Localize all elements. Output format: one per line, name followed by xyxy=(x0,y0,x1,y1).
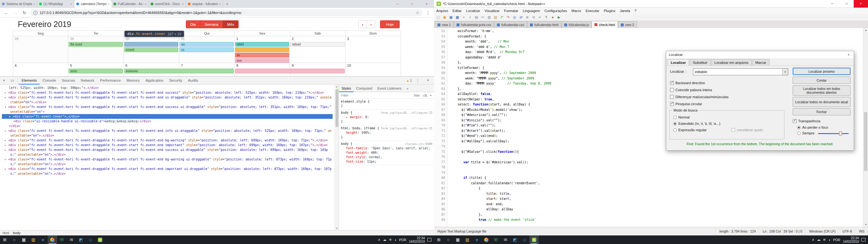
calendar-view-button[interactable]: Mês xyxy=(223,20,239,28)
undo-icon[interactable]: ↶ xyxy=(499,14,505,20)
devtools-tab-sources[interactable]: Sources xyxy=(59,77,78,85)
notification-center-icon[interactable] xyxy=(861,238,865,241)
menu-visualizar[interactable]: Visualizar xyxy=(482,9,502,13)
calendar-event[interactable]: dddd xyxy=(235,42,289,47)
tab-close-icon[interactable]: × xyxy=(70,3,72,6)
styles-pane-tab[interactable]: Styles xyxy=(339,85,353,92)
style-property[interactable]: font-family: 'Open Sans', sans-serif, ar… xyxy=(341,146,432,151)
day-cell[interactable]: 3 xyxy=(346,36,401,63)
devtools-tab-elements[interactable]: Elements xyxy=(19,77,40,85)
menu-localizar[interactable]: Localizar xyxy=(464,9,482,13)
status-eol-format[interactable]: Windows (CR LF) xyxy=(806,227,839,236)
style-rule[interactable]: form.jsp?sys=SG...olling=no:21html, body… xyxy=(339,125,434,141)
browser-tab[interactable]: calendario |Tempo de ...× xyxy=(74,0,112,8)
taskbar-photos[interactable]: ◩ xyxy=(510,236,520,244)
devtools-tree-node[interactable]: ▸ <div class="fc-event fc-event-hori fc-… xyxy=(2,157,333,166)
devtools-tab-network[interactable]: Network xyxy=(78,77,97,85)
day-cell[interactable]: 28 xyxy=(13,36,68,63)
taskbar-whatsapp[interactable]: ☏ xyxy=(57,236,67,244)
find-dialog-button[interactable]: Fechar xyxy=(793,108,850,115)
forward-button[interactable]: → xyxy=(12,9,19,16)
find-dialog-tab[interactable]: Localizar em arquivos xyxy=(711,59,752,65)
browser-tab[interactable]: Sistema de Emplacad...× xyxy=(0,0,37,8)
chrome-menu-icon[interactable]: ⋮ xyxy=(425,9,431,16)
file-tab[interactable]: fullcalendar.print.css xyxy=(454,21,494,28)
taskbar-vscode[interactable]: ◇ xyxy=(520,236,529,244)
breadcrumb-html[interactable]: html xyxy=(3,231,9,235)
devtools-elements-tree[interactable]: left: 525px; width: 169px; top: 398px;">… xyxy=(0,85,335,230)
style-rule[interactable]: classes.css:6489body {font-family: 'Open… xyxy=(339,141,434,165)
tray-expand-icon[interactable]: ∧ xyxy=(812,238,814,242)
calendar-view-button[interactable]: Semana xyxy=(200,20,223,28)
devtools-tree-node[interactable]: ▸ <div class="fc-event fc-event-hori fc-… xyxy=(2,90,333,95)
paste-icon[interactable]: ▧ xyxy=(492,14,498,20)
hover-state-toggle[interactable]: :hov xyxy=(413,93,420,97)
devtools-tree-node[interactable]: ▾ <div class="fc-event fc-event-hori fc-… xyxy=(2,104,333,114)
taskbar-search[interactable]: ○ xyxy=(9,236,19,244)
code-line[interactable]: columnFormat: { xyxy=(450,34,863,39)
taskbar-photos[interactable]: ◩ xyxy=(76,236,86,244)
scrollbar-thumb[interactable] xyxy=(864,112,867,171)
url-text[interactable]: 127.0.0.1:8049/SGCD/form.jsp?sys=SGD&act… xyxy=(40,11,413,14)
styles-pane-tab[interactable]: » xyxy=(404,85,411,92)
onedrive-icon[interactable]: ☁ xyxy=(817,238,820,242)
file-tab[interactable]: new 1 xyxy=(435,21,454,28)
reload-button[interactable]: ↻ xyxy=(21,9,28,16)
transparency-checkbox[interactable]: Transparência xyxy=(793,119,820,123)
browser-tab[interactable]: (1) WhatsApp× xyxy=(37,0,74,8)
devtools-tree-node[interactable]: ▸ <div class="fc-event fc-event-hori fc-… xyxy=(2,95,333,104)
calendar-event[interactable]: asa xyxy=(235,58,289,63)
maximize-button[interactable]: □ xyxy=(405,0,420,8)
find-dialog-tab[interactable]: Localizar xyxy=(668,59,689,65)
devtools-tree-node[interactable]: ▸ <div class="fc-event fc-event-hori fc-… xyxy=(2,128,333,138)
day-cell[interactable]: 29 xyxy=(68,36,124,63)
devtools-tree-node[interactable]: ▸ <div class="fc-event fc-event-hori fc-… xyxy=(2,138,333,143)
style-property[interactable]: font-style: normal; xyxy=(341,155,432,159)
taskbar-start[interactable]: ⊞ xyxy=(434,236,443,244)
code-line[interactable]: end: end, xyxy=(450,202,863,207)
transparency-radio[interactable]: Ao perder o foco xyxy=(797,125,828,129)
devtools-tab-performance[interactable]: Performance xyxy=(97,77,124,85)
find-dialog-tab[interactable]: Marcar xyxy=(752,59,770,65)
find-dialog-button[interactable]: Localizar todos no documento atual xyxy=(793,97,850,107)
taskbar-file-explorer[interactable]: ▥ xyxy=(463,236,472,244)
calendar-event[interactable]: asas xyxy=(69,69,123,73)
close-button[interactable]: × xyxy=(420,0,434,8)
devtools-tree-node[interactable]: ▸ <div class="fc-event fc-event-hori fc-… xyxy=(2,143,333,147)
devtools-kebab-menu-icon[interactable]: ⋮ xyxy=(414,78,422,83)
breadcrumb-body[interactable]: body xyxy=(13,231,21,235)
style-source-link[interactable]: classes.css:6489 xyxy=(405,142,432,146)
browser-tab[interactable]: FullCalender - Ao clici...× xyxy=(112,0,149,8)
close-all-icon[interactable]: × xyxy=(467,14,473,20)
code-line[interactable]: var title = $('#descricao').val(); xyxy=(450,160,863,165)
code-line[interactable]: allDay: allDay xyxy=(450,207,863,212)
taskbar-edge[interactable]: e xyxy=(472,236,482,244)
taskbar-clock[interactable]: 22:3414/02/2019 xyxy=(409,236,425,243)
find-input-value[interactable]: editable xyxy=(693,70,782,74)
code-line[interactable] xyxy=(450,170,863,176)
save-all-icon[interactable]: ▩ xyxy=(454,14,460,20)
calendar-event[interactable]: asaasaa xyxy=(124,69,234,73)
find-dialog-button[interactable]: Localizar todos em todos documentos aber… xyxy=(793,86,850,96)
style-source-link[interactable]: form.jsp?sys=SG...olling=no:21 xyxy=(381,126,432,130)
onedrive-icon[interactable]: ☁ xyxy=(383,238,386,242)
search-mode-radio[interactable]: Normal xyxy=(673,115,689,119)
find-dialog-button[interactable]: Localizar próximo xyxy=(793,68,850,75)
calendar-event[interactable]: ss xyxy=(235,53,289,58)
taskbar-task-view[interactable]: ▦ xyxy=(19,236,29,244)
tab-close-icon[interactable]: × xyxy=(145,3,147,6)
new-tab-button[interactable]: + xyxy=(223,0,231,8)
zoom-out-icon[interactable]: ⊖ xyxy=(531,14,537,20)
browser-tab[interactable]: angular - fullcalendar -...× xyxy=(186,0,223,8)
taskbar-chrome[interactable] xyxy=(482,236,491,244)
taskbar-task-view[interactable]: ▦ xyxy=(453,236,463,244)
menu-?[interactable]: ? xyxy=(632,9,639,13)
menu-arquivo[interactable]: Arquivo xyxy=(434,9,450,13)
play-macro-icon[interactable]: ▶ xyxy=(556,14,562,20)
taskbar-mail[interactable]: ✉ xyxy=(501,236,510,244)
style-property[interactable]: ▸ margin: 0; xyxy=(341,115,432,119)
menu-formatar[interactable]: Formatar xyxy=(502,9,521,13)
devtools-tree-node[interactable]: </div> xyxy=(2,124,333,128)
code-line[interactable]: true // make the event 'stick' xyxy=(450,217,863,223)
maximize-button[interactable]: □ xyxy=(839,0,854,8)
